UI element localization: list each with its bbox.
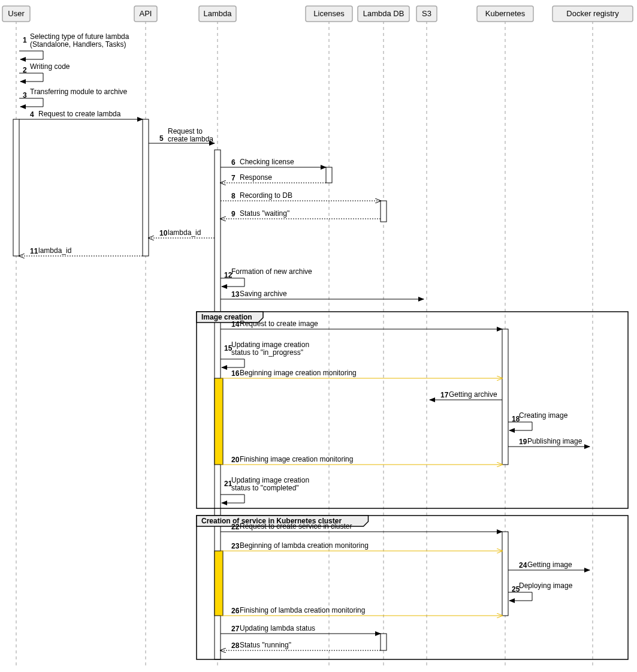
participant-label-lambdadb: Lambda DB: [363, 9, 404, 18]
svg-text:22: 22: [231, 523, 240, 531]
svg-text:Finishing of lambda creation m: Finishing of lambda creation monitoring: [240, 606, 365, 614]
svg-text:Getting archive: Getting archive: [449, 390, 497, 399]
svg-text:11: 11: [30, 247, 38, 255]
self-message: [221, 359, 244, 367]
self-message: [221, 278, 244, 287]
svg-text:19: 19: [519, 438, 527, 446]
svg-text:26: 26: [231, 607, 240, 615]
svg-text:Saving archive: Saving archive: [240, 290, 287, 298]
svg-text:21: 21: [224, 480, 233, 488]
svg-text:(Standalone, Handlers, Tasks): (Standalone, Handlers, Tasks): [30, 40, 126, 49]
activation-api: [143, 119, 149, 256]
svg-text:7: 7: [231, 174, 236, 182]
svg-text:6: 6: [231, 158, 236, 167]
participant-label-lambda: Lambda: [204, 9, 233, 18]
self-message: [19, 73, 43, 82]
svg-text:17: 17: [440, 391, 449, 399]
activation-lambdadb: [381, 634, 387, 650]
activation-lambdadb: [381, 201, 387, 222]
svg-text:Beginning image creation monit: Beginning image creation monitoring: [240, 369, 357, 377]
svg-text:28: 28: [231, 641, 240, 650]
svg-text:9: 9: [231, 210, 236, 218]
self-message: [19, 51, 43, 59]
activation-gold-lambda: [215, 378, 223, 465]
svg-text:14: 14: [231, 320, 240, 329]
svg-text:Status "running": Status "running": [240, 641, 291, 649]
svg-text:Request to create lambda: Request to create lambda: [38, 110, 121, 118]
svg-text:8: 8: [231, 192, 236, 200]
svg-text:16: 16: [231, 369, 240, 378]
svg-text:Recording to DB: Recording to DB: [240, 191, 292, 200]
svg-text:Creating image: Creating image: [519, 411, 568, 420]
svg-text:Formation of new archive: Formation of new archive: [231, 267, 312, 276]
svg-text:24: 24: [519, 561, 527, 569]
self-message: [19, 98, 43, 107]
svg-text:Request to create service in c: Request to create service in cluster: [240, 522, 352, 531]
participant-label-k8s: Kubernetes: [485, 9, 526, 18]
svg-text:1: 1: [23, 36, 27, 44]
svg-text:Response: Response: [240, 173, 272, 182]
participant-label-s3: S3: [422, 9, 431, 18]
svg-text:Beginning of lambda creation m: Beginning of lambda creation monitoring: [240, 541, 369, 550]
svg-text:10: 10: [159, 229, 168, 237]
svg-text:status to "in_progress": status to "in_progress": [231, 348, 303, 357]
svg-text:create lambda: create lambda: [168, 135, 213, 143]
svg-text:13: 13: [231, 290, 240, 299]
activation-k8s: [502, 532, 508, 616]
activation-user: [13, 119, 19, 256]
participant-label-user: User: [8, 9, 25, 18]
svg-text:Updating lambda status: Updating lambda status: [240, 624, 315, 632]
activation-k8s: [502, 329, 508, 465]
svg-text:27: 27: [231, 625, 240, 633]
svg-text:Deploying image: Deploying image: [519, 581, 573, 590]
svg-text:5: 5: [159, 134, 164, 143]
svg-text:status to "completed": status to "completed": [231, 484, 299, 492]
svg-text:4: 4: [30, 110, 34, 119]
svg-text:Getting image: Getting image: [527, 560, 572, 569]
svg-text:Status "waiting": Status "waiting": [240, 209, 289, 218]
self-message: [508, 592, 532, 601]
svg-text:15: 15: [224, 344, 233, 352]
svg-text:Publishing image: Publishing image: [527, 437, 582, 445]
svg-text:20: 20: [231, 456, 240, 464]
participant-label-licenses: Licenses: [313, 9, 345, 18]
svg-text:23: 23: [231, 542, 240, 550]
activation-gold-lambda: [215, 551, 223, 616]
activation-licenses: [326, 167, 332, 183]
svg-text:Request to create image: Request to create image: [240, 320, 318, 328]
sequence-diagram: Image creationCreation of service in Kub…: [0, 0, 637, 672]
svg-text:Request to: Request to: [168, 127, 203, 135]
svg-text:lambda_id: lambda_id: [38, 246, 71, 255]
participant-label-docker: Docker registry: [566, 9, 619, 18]
svg-text:Writing code: Writing code: [30, 62, 70, 71]
svg-text:Updating image creation: Updating image creation: [231, 476, 309, 484]
svg-text:Checking license: Checking license: [240, 158, 294, 166]
svg-text:lambda_id: lambda_id: [168, 228, 201, 237]
svg-text:Finishing image creation monit: Finishing image creation monitoring: [240, 455, 353, 463]
svg-text:Updating image creation: Updating image creation: [231, 340, 309, 349]
svg-text:Selecting type of future lambd: Selecting type of future lambda: [30, 32, 129, 41]
participant-label-api: API: [140, 9, 152, 18]
svg-text:Transferring module to archive: Transferring module to archive: [30, 88, 128, 96]
self-message: [221, 495, 244, 503]
self-message: [508, 422, 532, 430]
